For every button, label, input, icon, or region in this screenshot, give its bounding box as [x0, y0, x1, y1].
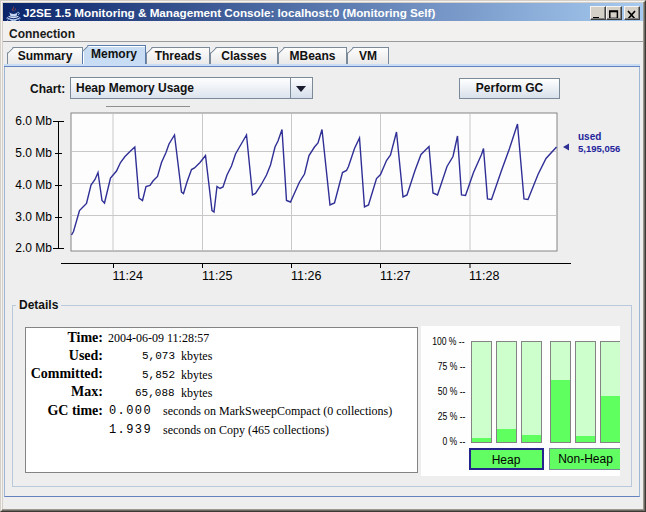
svg-text:5.0 Mb: 5.0 Mb [15, 146, 52, 160]
svg-text:11:26: 11:26 [291, 269, 321, 283]
svg-text:3.0 Mb: 3.0 Mb [15, 210, 52, 224]
svg-text:11:28: 11:28 [469, 269, 499, 283]
svg-text:11:24: 11:24 [113, 269, 143, 283]
svg-text:5,195,056: 5,195,056 [578, 143, 620, 154]
svg-text:11:25: 11:25 [202, 269, 232, 283]
svg-text:4.0 Mb: 4.0 Mb [15, 178, 52, 192]
svg-text:2.0 Mb: 2.0 Mb [15, 241, 52, 255]
svg-text:6.0 Mb: 6.0 Mb [15, 114, 52, 128]
svg-text:used: used [578, 131, 601, 142]
svg-text:11:27: 11:27 [380, 269, 410, 283]
